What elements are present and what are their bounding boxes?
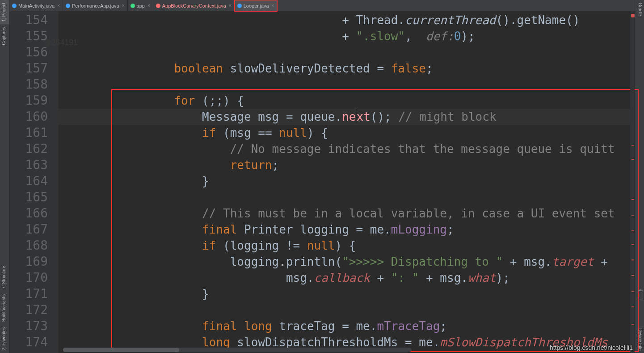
tab-mainactivity[interactable]: MainActivity.java × bbox=[9, 0, 63, 11]
marker[interactable] bbox=[631, 244, 634, 245]
java-class-icon bbox=[156, 4, 160, 8]
code-editor[interactable]: @264191 15415515615715815916016116216316… bbox=[9, 11, 635, 353]
code-line[interactable] bbox=[59, 77, 635, 93]
close-icon[interactable]: × bbox=[147, 3, 150, 8]
module-icon bbox=[130, 4, 135, 8]
source-watermark: https://blog.csdn.net/nicolelili1 bbox=[550, 344, 633, 351]
code-line[interactable] bbox=[59, 302, 635, 318]
marker[interactable] bbox=[631, 291, 634, 292]
code-line[interactable]: if (msg == null) { bbox=[59, 125, 635, 141]
code-line[interactable]: } bbox=[59, 286, 635, 302]
code-line[interactable]: final long traceTag = me.mTraceTag; bbox=[59, 318, 635, 334]
toolwin-favorites[interactable]: 2: Favorites bbox=[0, 324, 9, 353]
tab-appblockcanarycontext[interactable]: AppBlockCanaryContext.java × bbox=[153, 0, 235, 11]
code-line[interactable]: } bbox=[59, 173, 635, 189]
code-line[interactable]: return; bbox=[59, 157, 635, 173]
error-stripe[interactable] bbox=[630, 11, 635, 353]
toolwin-captures[interactable]: Captures bbox=[0, 24, 9, 48]
toolwin-project[interactable]: 1: Project bbox=[0, 0, 9, 24]
java-class-icon bbox=[12, 4, 17, 8]
app-root: 1: Project Captures 7: Structure Build V… bbox=[0, 0, 644, 353]
line-number-gutter: 1541551561571581591601611621631641651661… bbox=[9, 11, 59, 353]
close-icon[interactable]: × bbox=[228, 3, 232, 8]
tab-label: MainActivity.java bbox=[18, 3, 55, 9]
tab-looper[interactable]: Looper.java × bbox=[235, 0, 278, 11]
marker[interactable] bbox=[631, 159, 634, 160]
marker[interactable] bbox=[631, 324, 634, 325]
code-line[interactable]: Message msg = queue.next(); // might blo… bbox=[59, 109, 635, 125]
editor-tabs: MainActivity.java × PerformanceApp.java … bbox=[9, 0, 635, 11]
error-indicator-icon[interactable] bbox=[631, 14, 635, 17]
tab-label: PerformanceApp.java bbox=[72, 3, 119, 9]
code-area[interactable]: + Thread.currentThread().getName() + ".s… bbox=[59, 11, 635, 353]
horizontal-scrollbar[interactable] bbox=[63, 348, 412, 352]
tab-app-module[interactable]: app × bbox=[128, 0, 153, 11]
marker[interactable] bbox=[631, 215, 634, 216]
code-line[interactable] bbox=[59, 189, 635, 205]
code-line[interactable]: boolean slowDeliveryDetected = false; bbox=[59, 60, 635, 77]
marker[interactable] bbox=[631, 145, 634, 146]
toolwin-structure[interactable]: 7: Structure bbox=[0, 263, 9, 292]
close-icon[interactable]: × bbox=[271, 3, 274, 8]
device-status-icon bbox=[638, 290, 643, 299]
code-line[interactable]: final Printer logging = me.mLogging; bbox=[59, 221, 635, 238]
editor-column: MainActivity.java × PerformanceApp.java … bbox=[9, 0, 635, 353]
code-line[interactable]: // No message indicates that the message… bbox=[59, 141, 635, 157]
code-line[interactable]: if (logging != null) { bbox=[59, 238, 635, 254]
java-class-icon bbox=[66, 4, 70, 8]
code-line[interactable]: for (;;) { bbox=[59, 93, 635, 109]
toolwin-device-file[interactable]: Device File bbox=[635, 326, 644, 353]
marker[interactable] bbox=[631, 306, 634, 307]
marker[interactable] bbox=[631, 230, 634, 231]
code-line[interactable]: logging.println(">>>>> Dispatching to " … bbox=[59, 254, 635, 270]
right-tool-strip: Gradle Device File bbox=[635, 0, 644, 353]
tab-label: Looper.java bbox=[244, 3, 269, 9]
marker[interactable] bbox=[631, 275, 634, 276]
scrollbar-thumb[interactable] bbox=[63, 348, 179, 352]
marker[interactable] bbox=[631, 259, 634, 260]
toolwin-gradle[interactable]: Gradle bbox=[635, 0, 644, 19]
close-icon[interactable]: × bbox=[56, 3, 60, 8]
code-line[interactable] bbox=[59, 44, 635, 60]
java-class-icon bbox=[237, 4, 242, 8]
code-line[interactable]: msg.callback + ": " + msg.what); bbox=[59, 270, 635, 286]
tab-label: AppBlockCanaryContext.java bbox=[162, 3, 226, 9]
tab-label: app bbox=[137, 3, 145, 9]
toolwin-build-variants[interactable]: Build Variants bbox=[0, 292, 9, 324]
left-tool-strip: 1: Project Captures 7: Structure Build V… bbox=[0, 0, 9, 353]
tab-performanceapp[interactable]: PerformanceApp.java × bbox=[63, 0, 128, 11]
marker[interactable] bbox=[631, 199, 634, 200]
code-line[interactable]: + Thread.currentThread().getName() bbox=[59, 12, 635, 28]
code-line[interactable]: + ".slow", def:0); bbox=[59, 28, 635, 44]
close-icon[interactable]: × bbox=[121, 3, 125, 8]
code-line[interactable]: // This must be in a local variable, in … bbox=[59, 205, 635, 221]
